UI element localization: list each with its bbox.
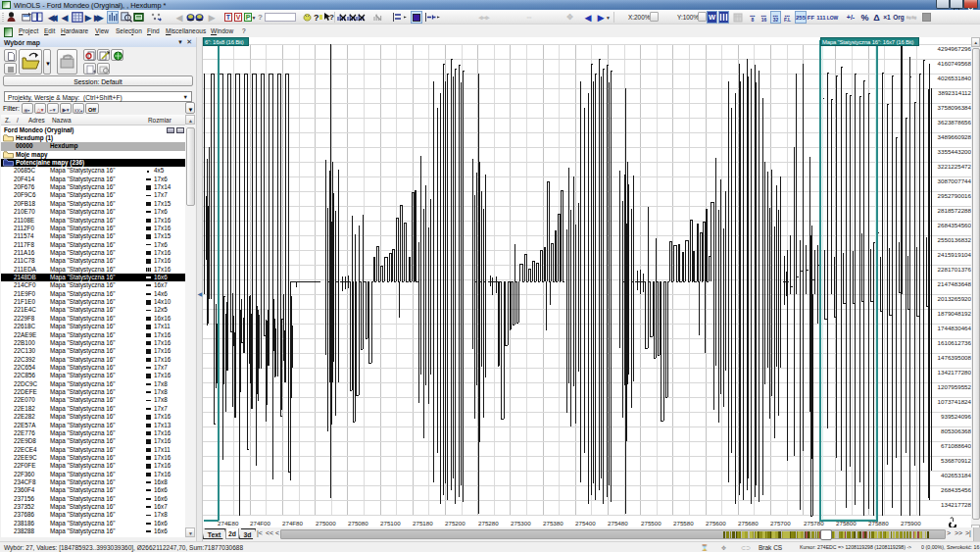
svg-text:?: ?	[329, 13, 334, 22]
